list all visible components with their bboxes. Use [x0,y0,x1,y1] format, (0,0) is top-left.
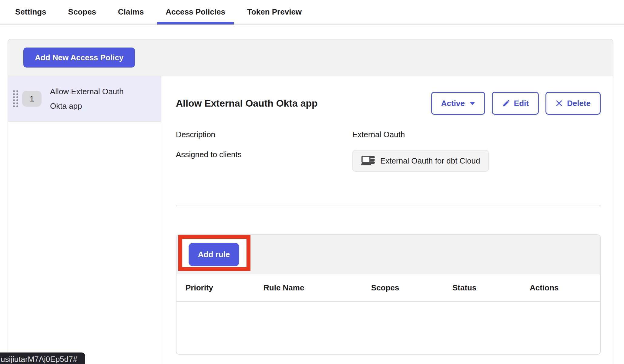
panel-body: 1 Allow External Oauth Okta app Allow Ex… [8,76,613,364]
rules-table-body-empty [176,302,600,353]
tab-token-preview[interactable]: Token Preview [239,0,310,24]
policy-meta: Description External Oauth Assigned to c… [176,130,601,172]
column-rule-name: Rule Name [263,283,371,293]
status-dropdown-label: Active [441,99,465,108]
panel-toolbar: Add New Access Policy [8,39,613,76]
x-icon [555,100,563,107]
policy-list: 1 Allow External Oauth Okta app [8,76,161,364]
description-label: Description [176,130,352,150]
rules-table-header: Priority Rule Name Scopes Status Actions [176,274,600,302]
authorization-server-page: Settings Scopes Claims Access Policies T… [0,0,624,364]
tab-settings[interactable]: Settings [7,0,55,24]
assigned-clients-cell: External Oauth for dbt Cloud [352,150,601,172]
status-dropdown-button[interactable]: Active [431,92,485,115]
add-new-access-policy-button[interactable]: Add New Access Policy [23,48,135,68]
policy-list-item-label: Allow External Oauth Okta app [50,84,133,113]
link-preview-status-bar: usijiutarM7Aj0Ep5d7# [0,352,85,364]
section-divider [176,206,601,206]
tab-bar: Settings Scopes Claims Access Policies T… [0,0,624,25]
policy-action-buttons: Active Edit [431,92,601,115]
tab-scopes[interactable]: Scopes [60,0,105,24]
add-rule-button[interactable]: Add rule [189,243,239,266]
tab-access-policies[interactable]: Access Policies [157,0,234,24]
edit-button-label: Edit [514,99,529,108]
description-value: External Oauth [352,130,601,150]
delete-button[interactable]: Delete [545,92,601,115]
edit-button[interactable]: Edit [492,92,539,115]
column-actions: Actions [530,283,600,293]
column-scopes: Scopes [371,283,452,293]
policy-detail: Allow External Oauth Okta app Active Edi… [161,76,613,364]
policy-detail-header: Allow External Oauth Okta app Active Edi… [176,92,601,115]
tab-claims[interactable]: Claims [109,0,152,24]
client-chip[interactable]: External Oauth for dbt Cloud [352,150,489,172]
column-status: Status [452,283,530,293]
policy-title: Allow External Oauth Okta app [176,98,318,109]
drag-dots-icon[interactable] [12,90,19,108]
red-highlight-annotation: Add rule [178,235,250,271]
policy-list-item[interactable]: 1 Allow External Oauth Okta app [8,76,161,122]
pencil-icon [502,99,510,107]
delete-button-label: Delete [567,99,591,108]
rules-toolbar: Add rule [176,235,600,274]
access-policies-panel: Add New Access Policy [8,39,613,364]
policy-order-badge: 1 [22,91,42,107]
rules-section: Add rule Priority Rule Name Scopes Statu… [176,234,601,355]
client-chip-label: External Oauth for dbt Cloud [380,156,480,166]
computer-stack-icon [361,155,375,167]
column-priority: Priority [186,283,263,293]
assigned-to-clients-label: Assigned to clients [176,150,352,172]
caret-down-icon [470,102,475,105]
